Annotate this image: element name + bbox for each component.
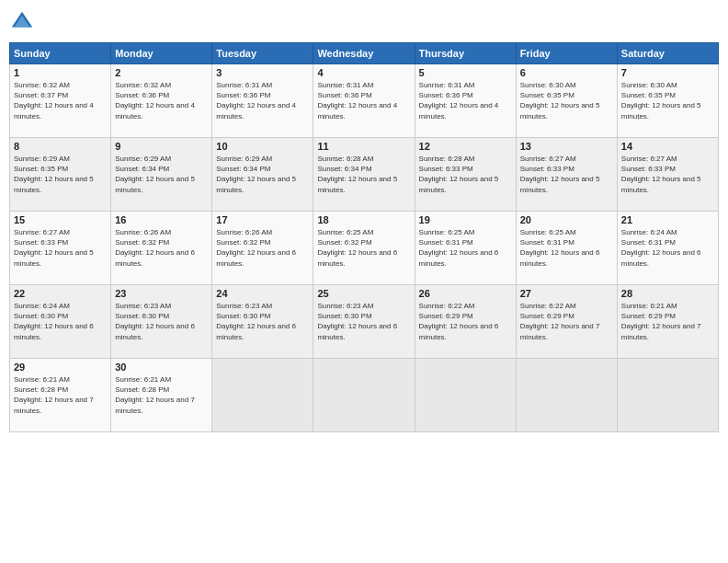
day-info: Sunrise: 6:23 AM Sunset: 6:30 PM Dayligh… — [115, 301, 208, 342]
day-info: Sunrise: 6:29 AM Sunset: 6:34 PM Dayligh… — [216, 154, 309, 195]
calendar-cell: 12 Sunrise: 6:28 AM Sunset: 6:33 PM Dayl… — [415, 138, 516, 212]
day-number: 8 — [14, 141, 107, 152]
week-row-3: 15 Sunrise: 6:27 AM Sunset: 6:33 PM Dayl… — [10, 212, 719, 285]
week-row-1: 1 Sunrise: 6:32 AM Sunset: 6:37 PM Dayli… — [10, 64, 719, 138]
calendar-cell — [212, 359, 313, 432]
header-sunday: Sunday — [10, 43, 111, 64]
calendar-cell: 16 Sunrise: 6:26 AM Sunset: 6:32 PM Dayl… — [111, 212, 212, 285]
day-info: Sunrise: 6:28 AM Sunset: 6:33 PM Dayligh… — [419, 154, 512, 195]
calendar-cell: 30 Sunrise: 6:21 AM Sunset: 6:28 PM Dayl… — [111, 359, 212, 432]
day-number: 27 — [520, 288, 613, 299]
page-header — [9, 9, 719, 35]
day-number: 29 — [14, 362, 107, 373]
day-number: 17 — [216, 214, 309, 225]
day-number: 5 — [419, 67, 512, 78]
header-tuesday: Tuesday — [212, 43, 313, 64]
calendar-cell: 10 Sunrise: 6:29 AM Sunset: 6:34 PM Dayl… — [212, 138, 313, 212]
day-number: 30 — [115, 362, 208, 373]
day-number: 7 — [621, 67, 714, 78]
day-number: 9 — [115, 141, 208, 152]
day-number: 16 — [115, 214, 208, 225]
day-number: 25 — [317, 288, 410, 299]
day-number: 12 — [419, 141, 512, 152]
day-number: 6 — [520, 67, 613, 78]
header-thursday: Thursday — [415, 43, 516, 64]
header-monday: Monday — [111, 43, 212, 64]
calendar-cell — [617, 359, 718, 432]
day-number: 24 — [216, 288, 309, 299]
day-number: 11 — [317, 141, 410, 152]
day-number: 4 — [317, 67, 410, 78]
day-info: Sunrise: 6:31 AM Sunset: 6:36 PM Dayligh… — [419, 80, 512, 121]
week-row-5: 29 Sunrise: 6:21 AM Sunset: 6:28 PM Dayl… — [10, 359, 719, 432]
day-info: Sunrise: 6:27 AM Sunset: 6:33 PM Dayligh… — [520, 154, 613, 195]
day-number: 2 — [115, 67, 208, 78]
day-info: Sunrise: 6:29 AM Sunset: 6:35 PM Dayligh… — [14, 154, 107, 195]
calendar-cell: 28 Sunrise: 6:21 AM Sunset: 6:29 PM Dayl… — [617, 285, 718, 359]
day-number: 3 — [216, 67, 309, 78]
calendar-cell: 2 Sunrise: 6:32 AM Sunset: 6:36 PM Dayli… — [111, 64, 212, 138]
calendar-table: SundayMondayTuesdayWednesdayThursdayFrid… — [9, 42, 719, 432]
day-info: Sunrise: 6:31 AM Sunset: 6:36 PM Dayligh… — [216, 80, 309, 121]
day-number: 23 — [115, 288, 208, 299]
day-info: Sunrise: 6:25 AM Sunset: 6:32 PM Dayligh… — [317, 227, 410, 269]
day-info: Sunrise: 6:31 AM Sunset: 6:36 PM Dayligh… — [317, 80, 410, 121]
calendar-cell: 14 Sunrise: 6:27 AM Sunset: 6:33 PM Dayl… — [617, 138, 718, 212]
header-wednesday: Wednesday — [313, 43, 415, 64]
calendar-cell: 17 Sunrise: 6:26 AM Sunset: 6:32 PM Dayl… — [212, 212, 313, 285]
calendar-header-row: SundayMondayTuesdayWednesdayThursdayFrid… — [10, 43, 719, 64]
calendar-cell: 25 Sunrise: 6:23 AM Sunset: 6:30 PM Dayl… — [313, 285, 415, 359]
day-info: Sunrise: 6:30 AM Sunset: 6:35 PM Dayligh… — [520, 80, 613, 121]
calendar-cell: 21 Sunrise: 6:24 AM Sunset: 6:31 PM Dayl… — [617, 212, 718, 285]
header-friday: Friday — [516, 43, 617, 64]
calendar-cell — [313, 359, 415, 432]
day-info: Sunrise: 6:23 AM Sunset: 6:30 PM Dayligh… — [216, 301, 309, 342]
calendar-cell: 27 Sunrise: 6:22 AM Sunset: 6:29 PM Dayl… — [516, 285, 617, 359]
day-info: Sunrise: 6:26 AM Sunset: 6:32 PM Dayligh… — [115, 227, 208, 269]
day-info: Sunrise: 6:30 AM Sunset: 6:35 PM Dayligh… — [621, 80, 714, 121]
calendar-cell: 4 Sunrise: 6:31 AM Sunset: 6:36 PM Dayli… — [313, 64, 415, 138]
day-info: Sunrise: 6:28 AM Sunset: 6:34 PM Dayligh… — [317, 154, 410, 195]
day-info: Sunrise: 6:22 AM Sunset: 6:29 PM Dayligh… — [419, 301, 512, 342]
day-info: Sunrise: 6:32 AM Sunset: 6:36 PM Dayligh… — [115, 80, 208, 121]
calendar-cell: 15 Sunrise: 6:27 AM Sunset: 6:33 PM Dayl… — [10, 212, 111, 285]
day-info: Sunrise: 6:27 AM Sunset: 6:33 PM Dayligh… — [621, 154, 714, 195]
calendar-cell: 8 Sunrise: 6:29 AM Sunset: 6:35 PM Dayli… — [10, 138, 111, 212]
day-info: Sunrise: 6:25 AM Sunset: 6:31 PM Dayligh… — [520, 227, 613, 269]
calendar-cell: 7 Sunrise: 6:30 AM Sunset: 6:35 PM Dayli… — [617, 64, 718, 138]
header-saturday: Saturday — [617, 43, 718, 64]
day-number: 15 — [14, 214, 107, 225]
calendar-cell: 6 Sunrise: 6:30 AM Sunset: 6:35 PM Dayli… — [516, 64, 617, 138]
calendar-cell: 1 Sunrise: 6:32 AM Sunset: 6:37 PM Dayli… — [10, 64, 111, 138]
day-number: 20 — [520, 214, 613, 225]
calendar-cell: 3 Sunrise: 6:31 AM Sunset: 6:36 PM Dayli… — [212, 64, 313, 138]
day-info: Sunrise: 6:27 AM Sunset: 6:33 PM Dayligh… — [14, 227, 107, 269]
logo — [9, 9, 39, 35]
day-info: Sunrise: 6:24 AM Sunset: 6:30 PM Dayligh… — [14, 301, 107, 342]
day-info: Sunrise: 6:24 AM Sunset: 6:31 PM Dayligh… — [621, 227, 714, 269]
calendar-cell: 26 Sunrise: 6:22 AM Sunset: 6:29 PM Dayl… — [415, 285, 516, 359]
logo-icon — [9, 9, 35, 35]
day-info: Sunrise: 6:21 AM Sunset: 6:29 PM Dayligh… — [621, 301, 714, 342]
calendar-cell: 9 Sunrise: 6:29 AM Sunset: 6:34 PM Dayli… — [111, 138, 212, 212]
calendar-cell: 5 Sunrise: 6:31 AM Sunset: 6:36 PM Dayli… — [415, 64, 516, 138]
calendar-cell: 20 Sunrise: 6:25 AM Sunset: 6:31 PM Dayl… — [516, 212, 617, 285]
day-info: Sunrise: 6:21 AM Sunset: 6:28 PM Dayligh… — [14, 374, 107, 416]
calendar-cell: 24 Sunrise: 6:23 AM Sunset: 6:30 PM Dayl… — [212, 285, 313, 359]
day-info: Sunrise: 6:32 AM Sunset: 6:37 PM Dayligh… — [14, 80, 107, 121]
week-row-4: 22 Sunrise: 6:24 AM Sunset: 6:30 PM Dayl… — [10, 285, 719, 359]
week-row-2: 8 Sunrise: 6:29 AM Sunset: 6:35 PM Dayli… — [10, 138, 719, 212]
day-info: Sunrise: 6:21 AM Sunset: 6:28 PM Dayligh… — [115, 374, 208, 416]
calendar-cell — [516, 359, 617, 432]
day-number: 14 — [621, 141, 714, 152]
day-info: Sunrise: 6:22 AM Sunset: 6:29 PM Dayligh… — [520, 301, 613, 342]
day-number: 10 — [216, 141, 309, 152]
day-number: 1 — [14, 67, 107, 78]
calendar-cell: 11 Sunrise: 6:28 AM Sunset: 6:34 PM Dayl… — [313, 138, 415, 212]
day-number: 18 — [317, 214, 410, 225]
day-info: Sunrise: 6:29 AM Sunset: 6:34 PM Dayligh… — [115, 154, 208, 195]
day-info: Sunrise: 6:23 AM Sunset: 6:30 PM Dayligh… — [317, 301, 410, 342]
calendar-cell: 19 Sunrise: 6:25 AM Sunset: 6:31 PM Dayl… — [415, 212, 516, 285]
calendar-cell: 29 Sunrise: 6:21 AM Sunset: 6:28 PM Dayl… — [10, 359, 111, 432]
calendar-cell — [415, 359, 516, 432]
